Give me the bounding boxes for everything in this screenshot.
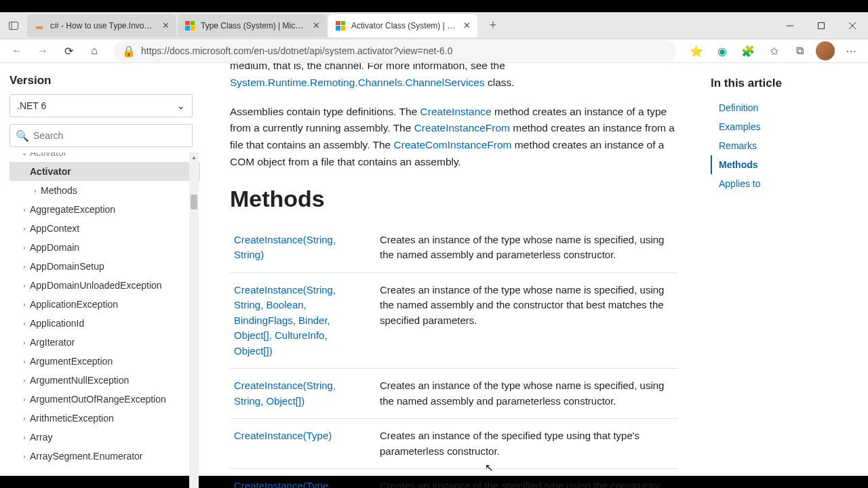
tree-item[interactable]: ›AppDomain: [9, 238, 200, 257]
chevron-right-icon: ›: [19, 377, 30, 384]
minimize-button[interactable]: [774, 12, 806, 39]
chevron-right-icon: ›: [19, 263, 30, 270]
tab-title: c# - How to use Type.InvokeMe…: [50, 21, 155, 30]
tree-item[interactable]: ›AppDomainUnloadedException: [9, 276, 200, 295]
api-tree[interactable]: ⌄Activator Activator ›Methods ›Aggregate…: [9, 152, 200, 488]
chevron-right-icon: ›: [19, 320, 30, 327]
tree-item[interactable]: ›ApplicationException: [9, 295, 200, 314]
new-tab-button[interactable]: +: [483, 16, 503, 36]
home-button[interactable]: ⌂: [83, 39, 106, 62]
address-bar: ← → ⟳ ⌂ 🔒 ⭐ ◉ 🧩 ✩ ⧉ ⋯: [0, 39, 868, 63]
tree-scrollbar[interactable]: ▲ ▼: [189, 152, 199, 488]
left-panel: Version .NET 6 ⌄ 🔍 ⌄Activator Activator …: [0, 63, 200, 488]
close-icon[interactable]: ✕: [461, 20, 472, 31]
tree-item[interactable]: ›ArgumentNullException: [9, 371, 200, 390]
close-window-button[interactable]: [837, 12, 868, 39]
ms-icon: [335, 20, 346, 31]
scroll-up-button[interactable]: ▲: [189, 152, 199, 162]
add-to-favorites-icon[interactable]: ⭐: [685, 39, 708, 62]
method-link[interactable]: CreateInstance(Type, BindingFlags, Binde…: [234, 480, 331, 488]
method-description: Creates an instance of the specified typ…: [376, 469, 678, 488]
url-field[interactable]: 🔒: [114, 40, 677, 62]
browser-window: c# - How to use Type.InvokeMe… ✕ Type Cl…: [0, 12, 868, 476]
method-link[interactable]: CreateInstance(String, String): [234, 234, 336, 261]
search-box[interactable]: 🔍: [9, 124, 193, 147]
chevron-right-icon: ›: [19, 358, 30, 365]
favorites-icon[interactable]: ✩: [762, 39, 785, 62]
more-menu-icon[interactable]: ⋯: [840, 39, 863, 62]
grammarly-icon[interactable]: ◉: [711, 39, 734, 62]
search-input[interactable]: [33, 130, 186, 141]
chevron-right-icon: ›: [19, 282, 30, 289]
refresh-button[interactable]: ⟳: [57, 39, 80, 62]
tree-item[interactable]: ›AppDomainSetup: [9, 257, 200, 276]
window-controls: [774, 12, 868, 39]
table-row: CreateInstance(Type)Creates an instance …: [230, 419, 678, 469]
chevron-right-icon: ›: [19, 453, 30, 460]
tree-item[interactable]: ›AppContext: [9, 219, 200, 238]
lock-icon: 🔒: [122, 45, 136, 58]
link-createcominstancefrom[interactable]: CreateComInstanceFrom: [394, 139, 512, 150]
toc-item[interactable]: Remarks: [711, 136, 854, 155]
tree-item[interactable]: ›ArgIterator: [9, 333, 200, 352]
tree-item-cutoff[interactable]: ⌄Activator: [9, 152, 200, 162]
tab-title: Type Class (System) | Microsoft D: [201, 21, 305, 30]
close-icon[interactable]: ✕: [160, 20, 171, 31]
forward-button: →: [31, 39, 54, 62]
chevron-right-icon: ›: [19, 434, 30, 441]
toc-item[interactable]: Applies to: [711, 174, 854, 193]
chevron-down-icon: ⌄: [177, 100, 185, 111]
link-channelservices[interactable]: System.Runtime.Remoting.Channels.Channel…: [230, 77, 485, 88]
method-link[interactable]: CreateInstance(String, String, Object[]): [234, 380, 336, 407]
tree-item[interactable]: ›AggregateException: [9, 200, 200, 219]
svg-rect-0: [9, 22, 18, 29]
version-select[interactable]: .NET 6 ⌄: [9, 94, 193, 117]
profile-avatar[interactable]: [814, 39, 837, 62]
tree-item[interactable]: ›ArgumentException: [9, 352, 200, 371]
chevron-right-icon: ›: [19, 206, 30, 214]
right-panel: In this article DefinitionExamplesRemark…: [705, 63, 868, 488]
version-heading: Version: [9, 74, 200, 87]
title-bar: c# - How to use Type.InvokeMe… ✕ Type Cl…: [0, 12, 868, 39]
tree-item[interactable]: ›ApplicationId: [9, 314, 200, 333]
maximize-button[interactable]: [806, 12, 837, 39]
method-description: Creates an instance of the type whose na…: [376, 369, 678, 419]
url-input[interactable]: [141, 45, 669, 56]
tree-item[interactable]: ›ArraySegment.Enumerator: [9, 447, 200, 466]
version-value: .NET 6: [17, 100, 46, 111]
tree-item-methods[interactable]: ›Methods: [9, 181, 200, 200]
back-button[interactable]: ←: [5, 39, 28, 62]
paragraph: medium, that is, the channel. For more i…: [230, 63, 678, 92]
tab-activator-class[interactable]: Activator Class (System) | Micros ✕: [328, 14, 477, 37]
paragraph: Assemblies contain type definitions. The…: [230, 104, 678, 171]
tree-item[interactable]: ›ArgumentOutOfRangeException: [9, 390, 200, 409]
table-row: CreateInstance(Type, BindingFlags, Binde…: [230, 469, 678, 488]
stackoverflow-icon: [34, 20, 45, 31]
close-icon[interactable]: ✕: [311, 20, 321, 31]
extensions-icon[interactable]: 🧩: [736, 39, 760, 62]
table-row: CreateInstance(String, String, Object[])…: [230, 369, 678, 419]
chevron-right-icon: ›: [19, 301, 30, 308]
table-row: CreateInstance(String, String, Boolean, …: [230, 272, 678, 369]
toc-item[interactable]: Methods: [711, 155, 854, 174]
tab-stackoverflow[interactable]: c# - How to use Type.InvokeMe… ✕: [27, 14, 176, 37]
tree-item[interactable]: ›ArithmeticException: [9, 409, 200, 428]
method-link[interactable]: CreateInstance(Type): [234, 430, 332, 441]
tab-actions-icon[interactable]: [0, 20, 27, 31]
tree-item-activator[interactable]: Activator: [9, 162, 200, 181]
table-row: CreateInstance(String, String)Creates an…: [230, 223, 678, 273]
toc-item[interactable]: Definition: [711, 98, 854, 117]
chevron-right-icon: ›: [19, 396, 30, 403]
scroll-thumb[interactable]: [191, 195, 197, 209]
tab-type-class[interactable]: Type Class (System) | Microsoft D ✕: [178, 14, 327, 37]
svg-rect-3: [818, 22, 825, 28]
search-icon: 🔍: [16, 129, 29, 142]
link-createinstancefrom[interactable]: CreateInstanceFrom: [414, 122, 510, 134]
tree-item[interactable]: ›Array: [9, 428, 200, 447]
collections-icon[interactable]: ⧉: [788, 39, 811, 62]
link-createinstance[interactable]: CreateInstance: [420, 106, 492, 117]
article-content: medium, that is, the channel. For more i…: [200, 63, 705, 488]
methods-table: CreateInstance(String, String)Creates an…: [230, 223, 678, 488]
toc-item[interactable]: Examples: [711, 117, 854, 136]
method-link[interactable]: CreateInstance(String, String, Boolean, …: [234, 284, 336, 357]
